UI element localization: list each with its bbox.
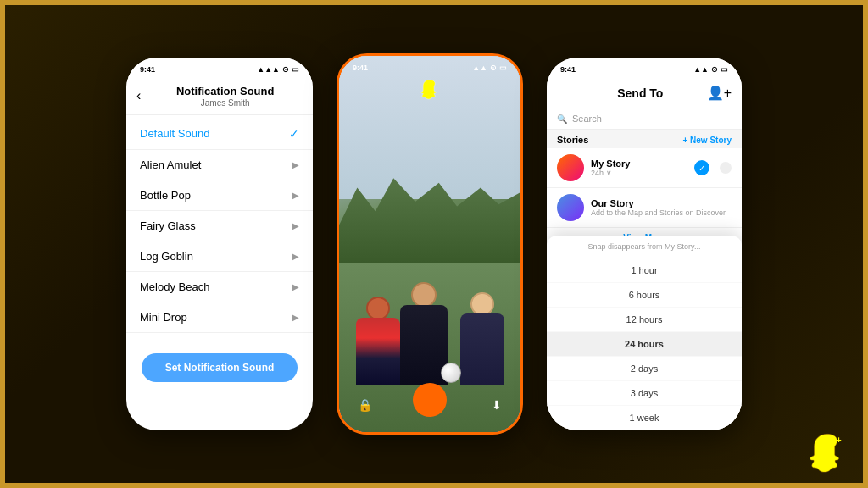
soccer-ball — [441, 363, 461, 383]
notif-screen-title: Notification Sound — [147, 85, 303, 98]
sound-item-bottle[interactable]: Bottle Pop ▶ — [126, 180, 313, 211]
signal-icon-left: ▲▲▲ — [257, 65, 280, 74]
snapchat-ghost-camera — [418, 78, 442, 107]
battery-icon-left: ▭ — [292, 65, 299, 74]
status-time-right: 9:41 — [560, 65, 576, 74]
body-right — [460, 313, 504, 385]
phone-left-notch — [194, 58, 245, 73]
notif-title-area: Notification Sound James Smith — [147, 85, 303, 108]
story-item-my[interactable]: My Story 24h ∨ ✓ — [547, 148, 742, 188]
new-story-button[interactable]: + New Story — [682, 136, 732, 145]
sound-play-mini: ▶ — [292, 313, 299, 322]
phones-container: 9:41 ▲▲▲ ⊙ ▭ ‹ Notification Sound James … — [0, 0, 868, 488]
dropdown-title: Snap disappears from My Story... — [547, 236, 742, 258]
my-story-avatar — [557, 154, 584, 181]
wifi-icon-left: ⊙ — [282, 65, 289, 74]
status-icons-left: ▲▲▲ ⊙ ▭ — [257, 65, 299, 74]
dropdown-12hours[interactable]: 12 hours — [547, 308, 742, 332]
send-to-screen: Send To 👤+ 🔍 Search Stories + New Story … — [547, 78, 742, 430]
sound-play-log: ▶ — [292, 252, 299, 261]
sound-item-alien[interactable]: Alien Amulet ▶ — [126, 150, 313, 180]
sound-check-default: ✓ — [289, 127, 299, 141]
add-friend-button[interactable]: 👤+ — [707, 85, 732, 101]
save-icon[interactable]: ⬇ — [492, 398, 502, 412]
sound-item-mini[interactable]: Mini Drop ▶ — [126, 302, 313, 333]
notification-header: ‹ Notification Sound James Smith — [126, 78, 313, 115]
my-story-settings[interactable] — [720, 162, 732, 174]
status-time-middle: 9:41 — [353, 64, 368, 72]
body-left — [356, 318, 400, 385]
dropdown-24hours[interactable]: 24 hours — [547, 332, 742, 357]
lock-icon: 🔒 — [358, 398, 372, 412]
sound-play-alien: ▶ — [292, 160, 299, 169]
dropdown-1week[interactable]: 1 week — [547, 406, 742, 430]
sound-item-fairy[interactable]: Fairy Glass ▶ — [126, 211, 313, 241]
phone-left: 9:41 ▲▲▲ ⊙ ▭ ‹ Notification Sound James … — [126, 58, 313, 430]
sound-item-melody[interactable]: Melody Beach ▶ — [126, 272, 313, 302]
dropdown-1hour[interactable]: 1 hour — [547, 258, 742, 283]
sound-list: Default Sound ✓ Alien Amulet ▶ Bottle Po… — [126, 115, 313, 336]
status-icons-middle: ▲▲ ⊙ ▭ — [472, 64, 507, 72]
send-to-header: Send To 👤+ — [547, 78, 742, 108]
head-right — [470, 292, 494, 316]
our-story-sub: Add to the Map and Stories on Discover — [591, 208, 732, 217]
wifi-icon-right: ⊙ — [711, 65, 718, 74]
back-button[interactable]: ‹ — [136, 88, 141, 103]
phone-right-status-bar: 9:41 ▲▲ ⊙ ▭ — [547, 58, 742, 78]
sound-label-melody: Melody Beach — [140, 280, 209, 293]
sound-label-bottle: Bottle Pop — [140, 189, 191, 202]
signal-icon-right: ▲▲ — [693, 65, 709, 74]
sound-label-log: Log Goblin — [140, 250, 193, 263]
my-story-check: ✓ — [694, 160, 709, 175]
snapchat-logo-bottom: + — [807, 432, 848, 473]
figure-left — [354, 297, 401, 385]
sound-label-fairy: Fairy Glass — [140, 219, 196, 232]
set-notification-sound-button[interactable]: Set Notification Sound — [142, 353, 298, 382]
camera-view: 9:41 ▲▲ ⊙ ▭ — [339, 56, 520, 432]
sound-play-melody: ▶ — [292, 282, 299, 291]
head-left — [366, 297, 390, 320]
dropdown-2days[interactable]: 2 days — [547, 357, 742, 381]
our-story-info: Our Story Add to the Map and Stories on … — [591, 198, 732, 217]
search-icon: 🔍 — [557, 114, 567, 124]
orange-send-button[interactable] — [413, 383, 447, 417]
figure-right — [459, 292, 505, 385]
phone-middle: 9:41 ▲▲ ⊙ ▭ — [337, 53, 523, 435]
my-story-name: My Story — [591, 158, 687, 169]
sound-play-bottle: ▶ — [292, 191, 299, 200]
phone-right: 9:41 ▲▲ ⊙ ▭ Send To 👤+ 🔍 Search Stories — [547, 58, 742, 430]
status-time-left: 9:41 — [140, 65, 155, 74]
status-icons-right: ▲▲ ⊙ ▭ — [693, 65, 728, 74]
our-story-avatar — [557, 194, 584, 221]
dropdown-6hours[interactable]: 6 hours — [547, 283, 742, 308]
sound-label-alien: Alien Amulet — [140, 158, 201, 171]
wifi-icon-middle: ⊙ — [490, 64, 497, 72]
stories-section-header: Stories + New Story — [547, 130, 742, 148]
sound-play-fairy: ▶ — [292, 221, 299, 230]
head-mid — [411, 282, 437, 308]
send-to-title: Send To — [617, 86, 663, 100]
search-input[interactable]: Search — [572, 114, 732, 124]
sound-label-mini: Mini Drop — [140, 311, 187, 324]
phone-middle-status-bar: 9:41 ▲▲ ⊙ ▭ — [339, 56, 520, 76]
battery-icon-right: ▭ — [721, 65, 728, 74]
dropdown-overlay: Snap disappears from My Story... 1 hour … — [547, 236, 742, 430]
our-story-name: Our Story — [591, 198, 732, 208]
stories-title: Stories — [557, 135, 588, 145]
sound-item-log[interactable]: Log Goblin ▶ — [126, 241, 313, 272]
sound-label-default: Default Sound — [140, 127, 209, 140]
notif-screen-subtitle: James Smith — [147, 98, 303, 108]
my-story-info: My Story 24h ∨ — [591, 158, 687, 177]
dropdown-3days[interactable]: 3 days — [547, 381, 742, 406]
story-item-our[interactable]: Our Story Add to the Map and Stories on … — [547, 188, 742, 228]
photo-background — [339, 56, 520, 432]
battery-icon-middle: ▭ — [499, 64, 507, 72]
signal-icon-middle: ▲▲ — [472, 64, 487, 72]
svg-text:+: + — [837, 435, 842, 445]
search-bar[interactable]: 🔍 Search — [547, 108, 742, 130]
sound-item-default[interactable]: Default Sound ✓ — [126, 119, 313, 150]
my-story-sub: 24h ∨ — [591, 169, 687, 177]
